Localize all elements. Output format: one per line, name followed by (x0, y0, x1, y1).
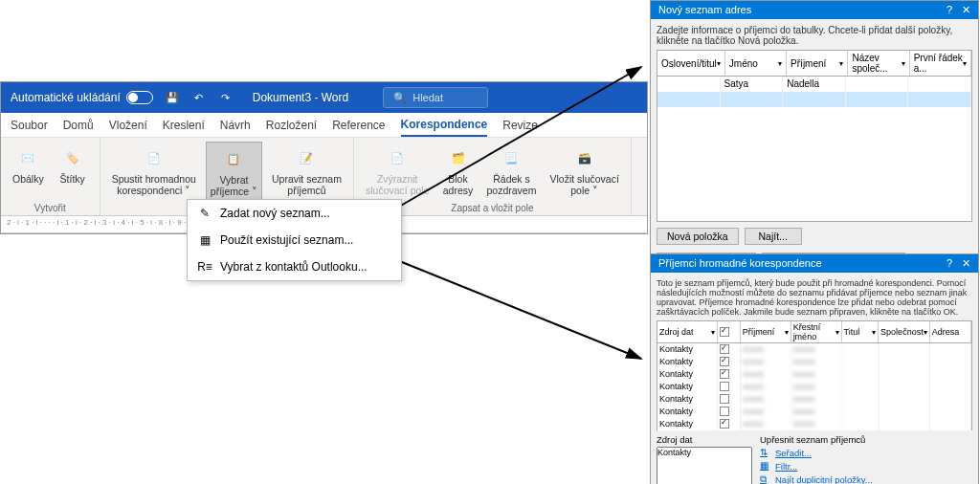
redo-icon[interactable]: ↷ (218, 90, 234, 105)
tab-kresleni[interactable]: Kreslení (163, 115, 205, 136)
tab-revize[interactable]: Revize (502, 115, 538, 136)
close-icon[interactable]: ✕ (962, 4, 970, 16)
cell (880, 393, 930, 406)
cell-checkbox[interactable] (718, 343, 741, 356)
cell[interactable]: Satya (721, 77, 784, 92)
menu-label: Vybrat z kontaktů Outlooku... (220, 260, 368, 274)
btn-obalky[interactable]: ✉️Obálky (9, 142, 48, 201)
menu-use-existing-list[interactable]: ▦ Použít existující seznam... (188, 227, 401, 253)
svg-line-1 (392, 258, 641, 359)
cell-checkbox[interactable] (718, 406, 741, 418)
grid-row-selected[interactable] (657, 92, 972, 107)
undo-icon[interactable]: ↶ (191, 90, 207, 105)
autosave-toggle[interactable]: Automatické ukládání (11, 91, 153, 104)
chevron-down-icon: ▾ (717, 59, 721, 68)
checkbox-icon[interactable] (720, 357, 729, 366)
help-icon[interactable]: ? (947, 4, 952, 16)
col-header[interactable] (718, 321, 741, 342)
table-row[interactable]: Kontaktyxxxxxxxxxx (657, 343, 972, 356)
cell: xxxxx (791, 356, 842, 368)
btn-stitky[interactable]: 🏷️Štítky (54, 142, 92, 201)
cell[interactable] (908, 77, 971, 92)
btn-edit-recipients[interactable]: 📝Upravit seznam příjemců (268, 142, 345, 201)
checkbox-icon[interactable] (720, 407, 729, 416)
mailmerge-icon: 📄 (140, 143, 168, 172)
toggle-icon[interactable] (126, 91, 153, 104)
table-row[interactable]: Kontaktyxxxxxxxxxx (657, 356, 972, 368)
checkbox-icon[interactable] (720, 344, 729, 354)
cell[interactable] (846, 77, 909, 92)
checkbox-icon[interactable] (720, 419, 729, 429)
link-sort[interactable]: ⇅Seřadit... (760, 447, 972, 458)
tab-navrh[interactable]: Návrh (220, 115, 251, 136)
cell[interactable]: Nadella (783, 77, 846, 92)
cell[interactable] (846, 92, 909, 107)
menu-type-new-list[interactable]: ✎ Zadat nový seznam... (188, 200, 401, 227)
col-header[interactable]: Křestní jméno▾ (791, 321, 842, 342)
help-icon[interactable]: ? (947, 257, 952, 270)
col-header[interactable]: Příjmení▾ (741, 321, 791, 342)
cell[interactable] (657, 77, 721, 92)
checkbox-icon[interactable] (720, 382, 729, 391)
cell-checkbox[interactable] (718, 368, 741, 381)
close-icon[interactable]: ✕ (962, 257, 970, 270)
table-row[interactable]: Kontaktyxxxxxxxxxx (657, 393, 972, 406)
col-header[interactable]: Jméno▾ (725, 51, 787, 76)
link-filter[interactable]: ▦Filtr... (760, 460, 972, 472)
col-header[interactable]: První řádek a...▾ (910, 51, 971, 76)
cell (842, 381, 880, 393)
checkbox-icon[interactable] (720, 394, 729, 404)
save-icon[interactable]: 💾 (165, 90, 180, 105)
cell (930, 381, 971, 393)
chevron-down-icon: ▾ (839, 59, 843, 68)
table-row[interactable]: Kontaktyxxxxxxxxxx (657, 368, 972, 381)
tab-korespondence[interactable]: Korespondence (401, 114, 488, 137)
cell-checkbox[interactable] (718, 418, 741, 430)
col-header[interactable]: Zdroj dat▾ (657, 321, 718, 342)
address-icon: 🗂️ (444, 143, 473, 172)
btn-address-block[interactable]: 🗂️Blok adresy (439, 142, 478, 201)
btn-greeting-line[interactable]: 📃Řádek s pozdravem (483, 142, 541, 201)
grid-row[interactable]: Satya Nadella (657, 77, 972, 92)
data-source-list[interactable] (657, 447, 752, 484)
col-header[interactable]: Název společ...▾ (848, 51, 909, 76)
cell[interactable] (721, 92, 784, 107)
btn-highlight-fields[interactable]: 📄Zvýraznit slučovací pole (362, 142, 434, 201)
table-row[interactable]: Kontaktyxxxxxxxxxx (657, 381, 972, 393)
link-find-duplicates[interactable]: ⧉Najít duplicitní položky... (760, 473, 972, 484)
tab-rozlozeni[interactable]: Rozložení (266, 115, 317, 136)
tab-domu[interactable]: Domů (63, 115, 94, 136)
col-header[interactable]: Adresa (930, 321, 971, 342)
btn-select-recipients[interactable]: 📋Vybrat příjemce ˅ (206, 142, 262, 201)
new-entry-button[interactable]: Nová položka (657, 228, 739, 245)
table-row[interactable]: Kontaktyxxxxxxxxxx (657, 406, 972, 418)
cell[interactable] (908, 92, 971, 107)
checkbox-icon[interactable] (720, 327, 729, 337)
cell[interactable] (657, 92, 721, 107)
search-box[interactable]: 🔍 Hledat (383, 87, 488, 108)
tab-reference[interactable]: Reference (332, 115, 385, 136)
cell-checkbox[interactable] (718, 381, 741, 393)
dialog-title: Nový seznam adres (658, 4, 751, 16)
cell[interactable] (783, 92, 846, 107)
chevron-down-icon: ▾ (963, 59, 967, 68)
cell-checkbox[interactable] (718, 393, 741, 406)
grid-empty-area (657, 107, 972, 222)
find-button[interactable]: Najít... (745, 228, 802, 245)
duplicate-icon: ⧉ (760, 473, 771, 484)
btn-start-mailmerge[interactable]: 📄Spustit hromadnou korespondenci ˅ (108, 142, 200, 201)
tab-soubor[interactable]: Soubor (11, 115, 48, 136)
col-header[interactable]: Společnost▾ (879, 321, 930, 342)
menu-choose-outlook-contacts[interactable]: R≡ Vybrat z kontaktů Outlooku... (188, 253, 401, 280)
cell-checkbox[interactable] (718, 356, 741, 368)
table-row[interactable]: Kontaktyxxxxxxxxxx (657, 418, 972, 430)
col-header[interactable]: Příjmení▾ (787, 51, 848, 76)
grid-header: Zdroj dat▾ Příjmení▾ Křestní jméno▾ Titu… (657, 320, 972, 343)
col-header[interactable]: Titul▾ (842, 321, 880, 342)
tab-vlozeni[interactable]: Vložení (109, 115, 147, 136)
checkbox-icon[interactable] (720, 369, 729, 379)
btn-insert-merge-field[interactable]: 🗃️Vložit slučovací pole ˅ (546, 142, 622, 201)
autosave-label: Automatické ukládání (11, 91, 121, 104)
ribbon-tabs: Soubor Domů Vložení Kreslení Návrh Rozlo… (1, 113, 647, 138)
col-header[interactable]: Oslovení/titul▾ (657, 51, 725, 76)
